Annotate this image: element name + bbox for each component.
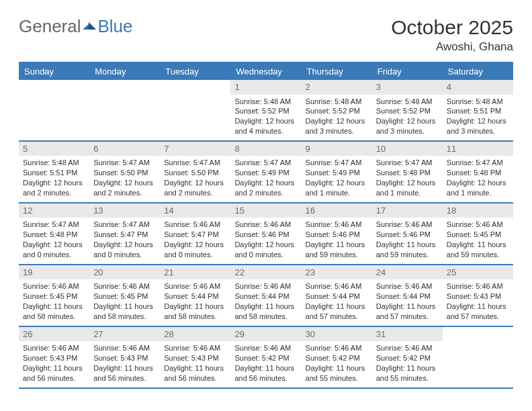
calendar-cell: 18Sunrise: 5:46 AMSunset: 5:45 PMDayligh… [443,203,513,264]
calendar-cell: 13Sunrise: 5:47 AMSunset: 5:47 PMDayligh… [89,203,160,264]
sunrise-text: Sunrise: 5:48 AM [447,97,509,107]
day-number: 12 [19,203,89,218]
day-info: Sunrise: 5:47 AMSunset: 5:50 PMDaylight:… [89,156,160,201]
day-info: Sunrise: 5:47 AMSunset: 5:47 PMDaylight:… [89,218,160,263]
dayname-thursday: Thursday [302,63,372,80]
sunset-text: Sunset: 5:46 PM [306,230,368,240]
sunrise-text: Sunrise: 5:48 AM [234,97,297,107]
daylight-text: Daylight: 11 hours and 58 minutes. [23,302,85,322]
week-row: 19Sunrise: 5:46 AMSunset: 5:45 PMDayligh… [19,265,513,327]
sunset-text: Sunset: 5:51 PM [23,168,85,178]
sunrise-text: Sunrise: 5:47 AM [164,158,226,168]
calendar-cell: 25Sunrise: 5:46 AMSunset: 5:43 PMDayligh… [443,265,513,326]
logo-mark-icon [83,20,96,30]
day-info: Sunrise: 5:48 AMSunset: 5:51 PMDaylight:… [19,156,89,201]
sunset-text: Sunset: 5:52 PM [306,106,368,116]
day-number: 30 [302,327,372,342]
sunset-text: Sunset: 5:50 PM [164,168,226,178]
day-info: Sunrise: 5:47 AMSunset: 5:49 PMDaylight:… [302,156,372,201]
sunset-text: Sunset: 5:48 PM [376,168,439,178]
sunrise-text: Sunrise: 5:46 AM [23,281,85,291]
sunrise-text: Sunrise: 5:47 AM [23,220,85,230]
day-info: Sunrise: 5:46 AMSunset: 5:45 PMDaylight:… [443,218,513,263]
calendar-cell: 5Sunrise: 5:48 AMSunset: 5:51 PMDaylight… [19,142,89,202]
day-number: 29 [230,327,301,342]
dayname-sunday: Sunday [19,63,89,80]
calendar-cell: 29Sunrise: 5:46 AMSunset: 5:42 PMDayligh… [230,327,301,387]
calendar-cell [443,327,513,387]
calendar-cell: 8Sunrise: 5:47 AMSunset: 5:49 PMDaylight… [230,142,301,202]
day-info: Sunrise: 5:47 AMSunset: 5:48 PMDaylight:… [19,218,89,263]
day-info: Sunrise: 5:46 AMSunset: 5:44 PMDaylight:… [160,279,230,325]
day-info: Sunrise: 5:46 AMSunset: 5:46 PMDaylight:… [230,218,301,263]
day-info: Sunrise: 5:47 AMSunset: 5:50 PMDaylight:… [160,156,230,201]
day-info: Sunrise: 5:46 AMSunset: 5:45 PMDaylight:… [19,279,89,325]
calendar: Sunday Monday Tuesday Wednesday Thursday… [19,62,513,389]
calendar-cell: 1Sunrise: 5:48 AMSunset: 5:52 PMDaylight… [230,80,301,140]
day-number: 6 [89,142,160,156]
day-number: 28 [160,327,230,342]
day-number: 11 [443,142,513,156]
daylight-text: Daylight: 11 hours and 58 minutes. [164,302,226,322]
day-number: 26 [19,327,89,342]
calendar-cell: 23Sunrise: 5:46 AMSunset: 5:44 PMDayligh… [302,265,372,326]
daylight-text: Daylight: 11 hours and 55 minutes. [376,363,439,383]
day-info: Sunrise: 5:46 AMSunset: 5:44 PMDaylight:… [230,279,301,325]
day-number: 23 [302,265,372,280]
sunrise-text: Sunrise: 5:47 AM [93,220,156,230]
dayname-monday: Monday [89,63,160,80]
sunrise-text: Sunrise: 5:46 AM [447,220,509,230]
day-number: 21 [160,265,230,280]
daylight-text: Daylight: 12 hours and 1 minute. [447,178,509,198]
sunrise-text: Sunrise: 5:46 AM [306,343,368,353]
day-info: Sunrise: 5:46 AMSunset: 5:46 PMDaylight:… [302,218,372,263]
daylight-text: Daylight: 11 hours and 56 minutes. [164,363,226,383]
sunset-text: Sunset: 5:44 PM [306,291,368,302]
day-number: 27 [89,327,160,342]
sunset-text: Sunset: 5:52 PM [234,106,297,116]
week-row: 12Sunrise: 5:47 AMSunset: 5:48 PMDayligh… [19,203,513,265]
daylight-text: Daylight: 12 hours and 3 minutes. [306,116,368,136]
calendar-cell: 3Sunrise: 5:48 AMSunset: 5:52 PMDaylight… [372,80,443,140]
day-number: 2 [302,80,372,95]
title-block: October 2025 Awoshi, Ghana [391,16,513,54]
daylight-text: Daylight: 11 hours and 56 minutes. [234,363,297,383]
calendar-cell: 12Sunrise: 5:47 AMSunset: 5:48 PMDayligh… [19,203,89,264]
day-info: Sunrise: 5:46 AMSunset: 5:43 PMDaylight:… [160,341,230,387]
month-title: October 2025 [391,16,513,39]
daylight-text: Daylight: 12 hours and 3 minutes. [376,116,439,136]
day-info: Sunrise: 5:46 AMSunset: 5:44 PMDaylight:… [372,279,443,325]
daylight-text: Daylight: 11 hours and 57 minutes. [376,302,439,322]
daylight-text: Daylight: 11 hours and 58 minutes. [234,302,297,322]
day-number: 20 [89,265,160,280]
calendar-cell: 4Sunrise: 5:48 AMSunset: 5:51 PMDaylight… [443,80,513,140]
sunrise-text: Sunrise: 5:47 AM [234,158,297,168]
day-info: Sunrise: 5:46 AMSunset: 5:42 PMDaylight:… [230,341,301,387]
sunrise-text: Sunrise: 5:46 AM [164,343,226,353]
sunrise-text: Sunrise: 5:46 AM [23,343,85,353]
daylight-text: Daylight: 12 hours and 4 minutes. [234,116,297,136]
calendar-cell: 28Sunrise: 5:46 AMSunset: 5:43 PMDayligh… [160,327,230,387]
day-number: 10 [372,142,443,156]
sunset-text: Sunset: 5:46 PM [376,230,439,240]
day-number: 4 [443,80,513,95]
day-info: Sunrise: 5:46 AMSunset: 5:43 PMDaylight:… [19,341,89,387]
dayname-wednesday: Wednesday [230,63,301,80]
daylight-text: Daylight: 11 hours and 59 minutes. [447,240,509,260]
day-number: 8 [230,142,301,156]
calendar-cell: 19Sunrise: 5:46 AMSunset: 5:45 PMDayligh… [19,265,89,326]
daylight-text: Daylight: 12 hours and 2 minutes. [93,178,156,198]
logo-text-general: General [19,16,81,37]
calendar-cell [19,80,89,140]
daylight-text: Daylight: 11 hours and 59 minutes. [376,240,439,260]
sunset-text: Sunset: 5:52 PM [376,106,439,116]
day-info: Sunrise: 5:46 AMSunset: 5:43 PMDaylight:… [89,341,160,387]
week-row: 1Sunrise: 5:48 AMSunset: 5:52 PMDaylight… [19,80,513,142]
day-number: 14 [160,203,230,218]
day-info: Sunrise: 5:47 AMSunset: 5:48 PMDaylight:… [372,156,443,201]
daylight-text: Daylight: 11 hours and 57 minutes. [447,302,509,322]
calendar-cell: 9Sunrise: 5:47 AMSunset: 5:49 PMDaylight… [302,142,372,202]
sunrise-text: Sunrise: 5:46 AM [306,281,368,291]
day-info: Sunrise: 5:46 AMSunset: 5:45 PMDaylight:… [89,279,160,325]
calendar-cell: 7Sunrise: 5:47 AMSunset: 5:50 PMDaylight… [160,142,230,202]
